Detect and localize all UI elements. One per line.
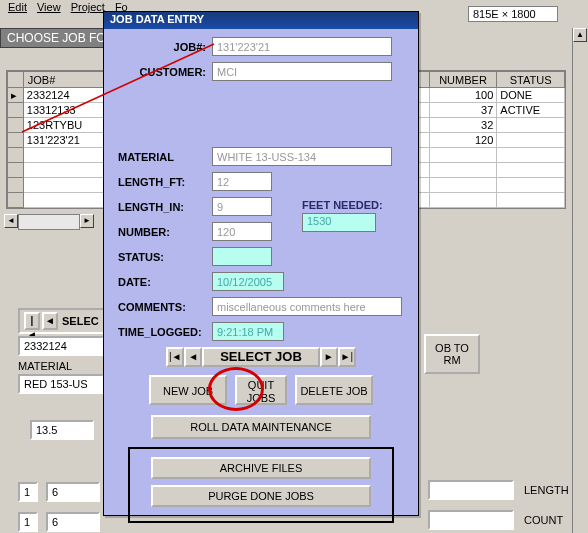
- cell-status: [497, 133, 565, 148]
- bg-count-label: COUNT: [524, 514, 563, 526]
- quit-jobs-button[interactable]: QUIT JOBS: [235, 375, 287, 405]
- number-input[interactable]: [212, 222, 272, 241]
- nav-next-icon[interactable]: ►: [320, 347, 338, 367]
- bg-length-value[interactable]: [428, 480, 514, 500]
- status-input[interactable]: [212, 247, 272, 266]
- material-label: MATERIAL: [118, 151, 212, 163]
- grid-hscroll[interactable]: ◄ ►: [4, 214, 94, 230]
- bg-select-bar: |◄ ◄ SELEC: [18, 308, 107, 334]
- select-job-nav: |◄ ◄ SELECT JOB ► ►|: [118, 347, 404, 367]
- time-logged-input[interactable]: [212, 322, 284, 341]
- bg-s1[interactable]: 1: [18, 482, 38, 502]
- job-data-entry-dialog: JOB DATA ENTRY JOB#: CUSTOMER: MATERIAL …: [103, 11, 419, 516]
- nav-prev-icon[interactable]: ◄: [184, 347, 202, 367]
- bg-s3[interactable]: 1: [18, 512, 38, 532]
- comments-label: COMMENTS:: [118, 301, 212, 313]
- cell-status: ACTIVE: [497, 103, 565, 118]
- col-status[interactable]: STATUS: [497, 72, 565, 88]
- nav-first-icon[interactable]: |◄: [24, 312, 40, 330]
- jobnum-input[interactable]: [212, 37, 392, 56]
- new-job-button[interactable]: NEW JOB: [149, 375, 227, 405]
- menu-view[interactable]: View: [33, 0, 65, 16]
- bg-s2[interactable]: 6: [46, 482, 100, 502]
- date-label: DATE:: [118, 276, 212, 288]
- archive-box: ARCHIVE FILES PURGE DONE JOBS: [128, 447, 394, 523]
- cell-status: [497, 118, 565, 133]
- cell-number: 100: [429, 88, 497, 103]
- bg-num1[interactable]: 13.5: [30, 420, 94, 440]
- status-label: STATUS:: [118, 251, 212, 263]
- row-marker: ▸: [8, 88, 24, 103]
- bg-job-value[interactable]: 2332124: [18, 336, 104, 356]
- cell-number: 120: [429, 133, 497, 148]
- cell-number: 32: [429, 118, 497, 133]
- bg-s4[interactable]: 6: [46, 512, 100, 532]
- dialog-title: JOB DATA ENTRY: [104, 12, 418, 29]
- bg-count-value[interactable]: [428, 510, 514, 530]
- window-vscroll[interactable]: ▲: [572, 28, 588, 533]
- nav-first-icon[interactable]: |◄: [166, 347, 184, 367]
- bg-material-label: MATERIAL: [18, 360, 72, 372]
- length-in-label: LENGTH_IN:: [118, 201, 212, 213]
- nav-last-icon[interactable]: ►|: [338, 347, 356, 367]
- customer-input[interactable]: [212, 62, 392, 81]
- scroll-up-icon[interactable]: ▲: [573, 28, 587, 42]
- roll-data-maintenance-button[interactable]: ROLL DATA MAINTENANCE: [151, 415, 371, 439]
- cell-status: DONE: [497, 88, 565, 103]
- bg-material-value[interactable]: RED 153-US: [18, 374, 104, 394]
- length-ft-label: LENGTH_FT:: [118, 176, 212, 188]
- length-ft-input[interactable]: [212, 172, 272, 191]
- feet-needed-value: 1530: [302, 213, 376, 232]
- cell-number: 37: [429, 103, 497, 118]
- nav-prev-icon[interactable]: ◄: [42, 312, 58, 330]
- comments-input[interactable]: [212, 297, 402, 316]
- date-input[interactable]: [212, 272, 284, 291]
- feet-needed-group: FEET NEEDED: 1530: [302, 199, 383, 232]
- col-number[interactable]: NUMBER: [429, 72, 497, 88]
- size-indicator: 815E × 1800: [468, 6, 558, 22]
- material-input[interactable]: [212, 147, 392, 166]
- scroll-right-icon[interactable]: ►: [80, 214, 94, 228]
- feet-needed-label: FEET NEEDED:: [302, 199, 383, 211]
- time-logged-label: TIME_LOGGED:: [118, 326, 212, 338]
- bg-job-to-rm-button[interactable]: OB TO RM: [424, 334, 480, 374]
- length-in-input[interactable]: [212, 197, 272, 216]
- menu-edit[interactable]: Edit: [4, 0, 31, 16]
- number-label: NUMBER:: [118, 226, 212, 238]
- bg-select-label: SELEC: [60, 315, 101, 327]
- grid-corner: [8, 72, 24, 88]
- purge-done-jobs-button[interactable]: PURGE DONE JOBS: [151, 485, 371, 507]
- delete-job-button[interactable]: DELETE JOB: [295, 375, 373, 405]
- customer-label: CUSTOMER:: [118, 66, 212, 78]
- jobnum-label: JOB#:: [118, 41, 212, 53]
- archive-files-button[interactable]: ARCHIVE FILES: [151, 457, 371, 479]
- bg-length-label: LENGTH: [524, 484, 569, 496]
- scroll-left-icon[interactable]: ◄: [4, 214, 18, 228]
- select-job-label: SELECT JOB: [202, 347, 320, 367]
